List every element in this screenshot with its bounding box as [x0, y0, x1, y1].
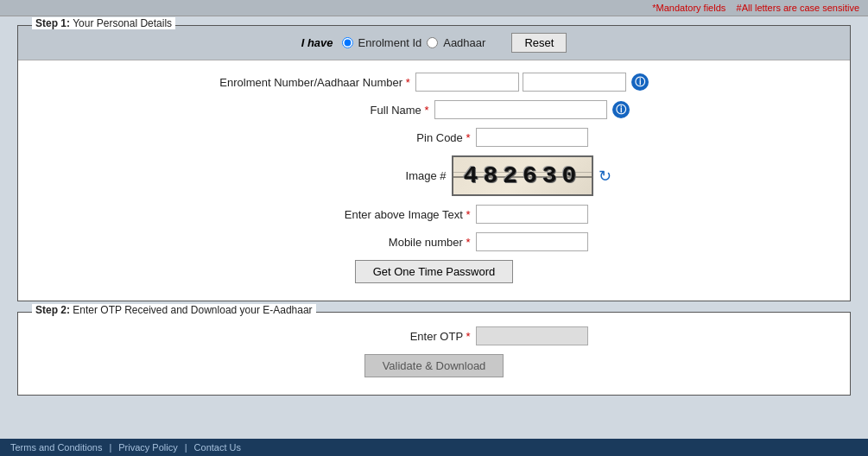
- step2-legend: Step 2: Enter OTP Received and Download …: [32, 304, 316, 316]
- otp-label: Enter OTP *: [281, 330, 471, 343]
- top-bar: *Mandatory fields #All letters are case …: [0, 0, 868, 16]
- separator-1: |: [109, 442, 111, 453]
- image-text-row: Enter above Image Text *: [18, 205, 850, 224]
- contact-link[interactable]: Contact Us: [194, 442, 241, 453]
- mobile-number-label: Mobile number *: [281, 236, 471, 249]
- otp-row: Enter OTP *: [18, 326, 850, 345]
- footer: Terms and Conditions | Privacy Policy | …: [0, 439, 868, 456]
- image-row: Image # 482630 ↻: [18, 155, 850, 196]
- terms-link[interactable]: Terms and Conditions: [10, 442, 102, 453]
- get-otp-button[interactable]: Get One Time Password: [355, 260, 514, 283]
- step1-legend: Step 1: Your Personal Details: [32, 17, 175, 29]
- step1-header: I have Enrolment Id Aadhaar Reset: [18, 26, 850, 60]
- mobile-number-input[interactable]: [476, 232, 588, 251]
- step1-box: Step 1: Your Personal Details I have Enr…: [17, 25, 851, 301]
- pin-code-input[interactable]: [476, 128, 588, 147]
- step2-box: Step 2: Enter OTP Received and Download …: [17, 312, 851, 396]
- full-name-label: Full Name *: [239, 104, 429, 117]
- id-type-radio-group: Enrolment Id Aadhaar: [342, 36, 486, 49]
- separator-2: |: [185, 442, 187, 453]
- captcha-refresh-icon[interactable]: ↻: [599, 167, 611, 186]
- captcha-wrapper: 482630 ↻: [452, 155, 612, 196]
- case-note: #All letters are case sensitive: [737, 3, 859, 13]
- aadhaar-label: Aadhaar: [443, 36, 485, 49]
- image-label: Image #: [257, 169, 447, 182]
- reset-button[interactable]: Reset: [511, 33, 567, 53]
- aadhaar-radio[interactable]: [427, 37, 438, 48]
- full-name-row: Full Name * ⓘ: [18, 100, 850, 119]
- image-text-label: Enter above Image Text *: [281, 208, 471, 221]
- mobile-number-row: Mobile number *: [18, 232, 850, 251]
- pin-code-row: Pin Code *: [18, 128, 850, 147]
- enrolment-input-1[interactable]: [415, 73, 519, 92]
- pin-code-label: Pin Code *: [281, 131, 471, 144]
- captcha-image: 482630: [452, 155, 594, 196]
- have-label: I have: [301, 36, 333, 49]
- enrolment-inputs: [415, 73, 626, 92]
- validate-download-button[interactable]: Validate & Download: [364, 354, 504, 377]
- full-name-input[interactable]: [434, 100, 607, 119]
- enrolment-radio[interactable]: [342, 37, 353, 48]
- enrolment-number-row: Enrolment Number/Aadhaar Number * ⓘ: [18, 73, 850, 92]
- enrolment-info-icon[interactable]: ⓘ: [631, 73, 649, 91]
- mandatory-note: *Mandatory fields: [652, 3, 725, 13]
- enrolment-input-2[interactable]: [523, 73, 626, 92]
- otp-input[interactable]: [476, 326, 588, 345]
- privacy-link[interactable]: Privacy Policy: [118, 442, 177, 453]
- enrolment-label: Enrolment Number/Aadhaar Number *: [219, 76, 409, 89]
- enrolment-id-label: Enrolment Id: [358, 36, 422, 49]
- full-name-info-icon[interactable]: ⓘ: [612, 101, 630, 118]
- image-text-input[interactable]: [476, 205, 588, 224]
